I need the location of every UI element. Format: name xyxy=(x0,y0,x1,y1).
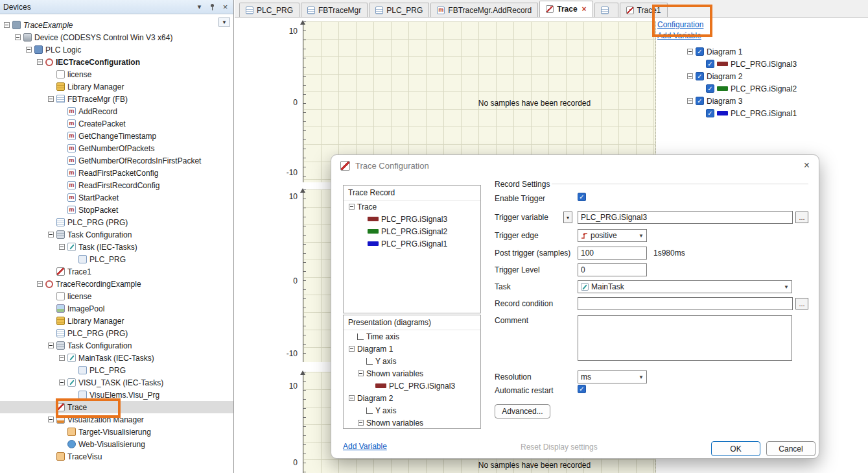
tree-item[interactable]: GetNumberOfPackets xyxy=(0,142,233,154)
tree-item[interactable]: Time axis xyxy=(344,330,480,343)
cancel-button[interactable]: Cancel xyxy=(766,441,815,456)
expander-icon[interactable] xyxy=(48,96,54,102)
tab-plc-prg[interactable]: PLC_PRG xyxy=(369,3,429,17)
tree-item[interactable]: PLC Logic xyxy=(0,43,233,56)
tree-item[interactable]: VISU_TASK (IEC-Tasks) xyxy=(0,376,233,389)
configuration-link[interactable]: Configuration xyxy=(657,20,735,29)
expander-icon[interactable] xyxy=(358,420,364,426)
tree-item[interactable]: Trace1 xyxy=(0,265,233,278)
tree-item[interactable]: Task (IEC-Tasks) xyxy=(0,241,233,253)
tree-item[interactable]: Library Manager xyxy=(0,315,233,327)
expander-icon[interactable] xyxy=(48,232,54,237)
tree-item[interactable]: ✓Diagram 3 xyxy=(681,95,867,107)
auto-restart-checkbox[interactable]: ✓ xyxy=(578,385,586,393)
checkbox[interactable]: ✓ xyxy=(696,72,704,80)
tree-item[interactable]: Device (CODESYS Control Win V3 x64) xyxy=(0,31,233,43)
expander-icon[interactable] xyxy=(37,281,43,287)
expander-icon[interactable] xyxy=(358,370,364,376)
trigger-level-input[interactable] xyxy=(578,263,647,276)
task-select[interactable]: MainTask ▼ xyxy=(578,280,792,293)
tree-item[interactable]: PLC_PRG xyxy=(0,364,233,376)
expander-icon[interactable] xyxy=(349,395,355,401)
tree-item[interactable]: TraceVisu xyxy=(0,450,233,463)
expander-icon[interactable] xyxy=(349,204,355,210)
expander-icon[interactable] xyxy=(4,22,10,28)
tree-item[interactable]: TraceRecordingExample xyxy=(0,278,233,290)
trigger-edge-select[interactable]: positive ▼ xyxy=(578,229,647,242)
tree-item[interactable]: PLC_PRG (PRG) xyxy=(0,216,233,228)
tree-item[interactable]: PLC_PRG (PRG) xyxy=(0,327,233,339)
add-variable-link[interactable]: Add Variable xyxy=(657,31,735,40)
tree-item[interactable]: Diagram 1 xyxy=(344,343,480,355)
tree-item[interactable]: ✓Diagram 2 xyxy=(681,70,867,82)
checkbox[interactable]: ✓ xyxy=(706,60,714,68)
tree-item[interactable]: ✓PLC_PRG.iSignal1 xyxy=(681,107,867,119)
resolution-select[interactable]: ms ▼ xyxy=(578,370,647,383)
tree-item[interactable]: PLC_PRG.iSignal1 xyxy=(344,237,480,250)
post-trigger-input[interactable] xyxy=(578,247,647,260)
tree-item[interactable]: ✓PLC_PRG.iSignal3 xyxy=(681,58,867,70)
tree-item[interactable]: license xyxy=(0,68,233,80)
tree-item[interactable]: Y axis xyxy=(344,404,480,417)
tree-item[interactable]: Diagram 2 xyxy=(344,392,480,404)
trigger-variable-input[interactable] xyxy=(578,211,793,224)
tab-fbtracemgr-addrecord[interactable]: FBTraceMgr.AddRecord xyxy=(430,3,538,17)
tree-item[interactable]: StartPacket xyxy=(0,191,233,204)
pin-icon[interactable] xyxy=(207,2,217,12)
expander-icon[interactable] xyxy=(26,47,32,53)
expander-icon[interactable] xyxy=(687,49,693,55)
tree-item[interactable]: ✓Diagram 1 xyxy=(681,45,867,58)
expander-icon[interactable] xyxy=(349,346,355,352)
tree-item[interactable]: IECTraceConfiguration xyxy=(0,56,233,68)
tree-item[interactable]: Trace xyxy=(0,401,233,413)
devices-view-dropdown[interactable]: ▼ xyxy=(218,18,230,27)
tree-item[interactable]: Library Manager xyxy=(0,80,233,93)
expander-icon[interactable] xyxy=(48,343,54,348)
tree-item[interactable]: TraceExample xyxy=(0,19,233,31)
comment-textarea[interactable] xyxy=(578,315,792,361)
checkbox[interactable]: ✓ xyxy=(696,97,704,105)
tab-close-icon[interactable]: × xyxy=(582,5,587,14)
expander-icon[interactable] xyxy=(687,73,693,79)
tree-item[interactable]: PLC_PRG.iSignal3 xyxy=(344,380,480,392)
expander-icon[interactable] xyxy=(59,380,65,385)
tree-item[interactable]: PLC_PRG.iSignal2 xyxy=(344,225,480,237)
tree-item[interactable]: ReadFirstRecordConfig xyxy=(0,179,233,191)
tree-item[interactable]: Task Configuration xyxy=(0,228,233,241)
tree-item[interactable]: PLC_PRG.iSignal3 xyxy=(344,213,480,225)
tree-item[interactable]: VisuElems.Visu_Prg xyxy=(0,389,233,401)
trigger-variable-browse-button[interactable]: ... xyxy=(795,212,808,223)
checkbox[interactable]: ✓ xyxy=(696,47,704,56)
enable-trigger-checkbox[interactable]: ✓ xyxy=(578,193,586,201)
tree-item[interactable]: Shown variables xyxy=(344,417,480,429)
tree-item[interactable]: StopPacket xyxy=(0,204,233,216)
tab-fbtracemgr[interactable]: FBTraceMgr xyxy=(301,3,368,17)
expander-icon[interactable] xyxy=(59,355,65,361)
tree-item[interactable]: ImagePool xyxy=(0,302,233,315)
dialog-add-variable-link[interactable]: Add Variable xyxy=(343,442,387,451)
tree-item[interactable]: Task Configuration xyxy=(0,339,233,352)
expander-icon[interactable] xyxy=(59,244,65,250)
tree-item[interactable]: Shown variables xyxy=(344,367,480,380)
expander-icon[interactable] xyxy=(48,417,54,422)
expander-icon[interactable] xyxy=(37,59,43,65)
tree-item[interactable]: GetChangeTimestamp xyxy=(0,130,233,142)
tab-plc-prg[interactable]: PLC_PRG xyxy=(239,3,299,17)
tree-item[interactable]: CreatePacket xyxy=(0,117,233,130)
tree-item[interactable]: Web-Visualisierung xyxy=(0,438,233,450)
tab-unnamed[interactable] xyxy=(594,3,618,17)
expander-icon[interactable] xyxy=(687,98,693,104)
tree-item[interactable]: Visualization Manager xyxy=(0,413,233,426)
dialog-close-icon[interactable]: × xyxy=(804,160,810,171)
record-condition-input[interactable] xyxy=(578,297,793,310)
tree-item[interactable]: GetNumberOfRecordsInFirstPacket xyxy=(0,154,233,167)
ok-button[interactable]: OK xyxy=(711,441,760,456)
tree-item[interactable]: PLC_PRG xyxy=(0,253,233,265)
tree-item[interactable]: Trace xyxy=(344,200,480,213)
record-condition-browse-button[interactable]: ... xyxy=(795,298,808,309)
tab-trace1[interactable]: Trace1 xyxy=(620,3,668,17)
checkbox[interactable]: ✓ xyxy=(706,84,714,93)
tree-item[interactable]: FBTraceMgr (FB) xyxy=(0,93,233,105)
tree-item[interactable]: Target-Visualisierung xyxy=(0,426,233,438)
close-icon[interactable]: × xyxy=(220,2,230,12)
